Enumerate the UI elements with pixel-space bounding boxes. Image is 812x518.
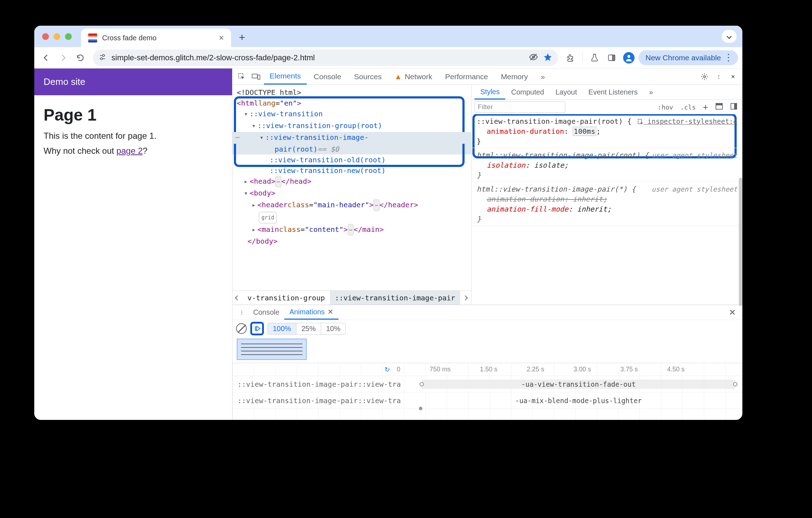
site-settings-icon[interactable]	[99, 53, 106, 62]
drawer-menu-icon[interactable]: ⋮	[235, 310, 248, 315]
kebab-menu-icon[interactable]: ⋮	[712, 74, 725, 80]
toggle-sidebar-icon[interactable]	[728, 103, 740, 111]
address-bar[interactable]: simple-set-demos.glitch.me/2-slow-cross-…	[93, 50, 558, 66]
url-text: simple-set-demos.glitch.me/2-slow-cross-…	[111, 53, 315, 62]
drawer-close-button[interactable]: ✕	[725, 308, 740, 318]
svg-point-0	[102, 55, 105, 57]
tab-memory[interactable]: Memory	[495, 68, 534, 85]
crumb-next-button[interactable]	[460, 296, 470, 300]
back-button[interactable]	[39, 50, 54, 65]
styles-pane: Styles Computed Layout Event Listeners »…	[472, 85, 742, 305]
svg-rect-5	[612, 55, 615, 61]
settings-gear-icon[interactable]	[698, 73, 711, 81]
animations-timeline[interactable]: ↻ 0 750 ms 1.50 s 2.25 s 3.00 s 3.75 s 4…	[232, 363, 742, 420]
tab-elements[interactable]: Elements	[264, 68, 307, 85]
tab-network[interactable]: ▲Network	[389, 68, 438, 85]
svg-point-16	[641, 122, 642, 124]
forward-button[interactable]	[56, 50, 71, 65]
speed-10[interactable]: 10%	[321, 323, 345, 334]
css-rule-ua: user agent stylesheet html::view-transit…	[472, 148, 742, 182]
crumb-item[interactable]: v-transition-group	[242, 291, 330, 305]
tab-title: Cross fade demo	[102, 34, 156, 42]
play-pause-button[interactable]	[250, 322, 264, 335]
svg-rect-9	[258, 75, 260, 79]
timeline-row[interactable]: ::view-transition-image-pair::view-tra -…	[232, 392, 742, 409]
page-header: Demo site	[34, 68, 232, 95]
tab-computed[interactable]: Computed	[505, 85, 550, 100]
new-style-rule-button[interactable]: +	[701, 102, 710, 112]
close-tab-button[interactable]: ×	[219, 33, 224, 43]
tab-strip: Cross fade demo × +	[34, 26, 742, 47]
timeline-row[interactable]: ::view-transition-image-pair::view-tra -…	[232, 376, 742, 392]
cls-toggle[interactable]: .cls	[678, 103, 698, 111]
reload-button[interactable]	[73, 50, 88, 65]
toolbar: simple-set-demos.glitch.me/2-slow-cross-…	[34, 47, 742, 68]
tab-styles[interactable]: Styles	[475, 85, 505, 100]
page-paragraph: Why not check out page 2?	[44, 146, 223, 156]
tab-layout[interactable]: Layout	[550, 85, 583, 100]
devtools: Elements Console Sources ▲Network Perfor…	[232, 68, 742, 420]
svg-point-1	[101, 58, 103, 60]
elements-panel: <!DOCTYPE html> <html lang="en"> ::view-…	[232, 85, 472, 305]
tab-list-button[interactable]	[722, 30, 737, 43]
styles-filter-input[interactable]: Filter	[475, 101, 565, 113]
page-title: Page 1	[44, 105, 223, 125]
tab-console[interactable]: Console	[308, 68, 347, 85]
crumb-prev-button[interactable]	[232, 296, 242, 300]
close-window-button[interactable]	[42, 33, 49, 40]
minimize-window-button[interactable]	[54, 33, 60, 40]
svg-rect-12	[716, 103, 722, 105]
crumb-item-selected[interactable]: ::view-transition-image-pair	[330, 291, 460, 305]
breadcrumb[interactable]: v-transition-group ::view-transition-ima…	[232, 290, 471, 305]
labs-button[interactable]	[587, 50, 602, 65]
devtools-drawer: ⋮ Console Animations ✕ ✕ 100% 25% 10%	[232, 305, 742, 420]
hov-toggle[interactable]: :hov	[656, 103, 675, 111]
tab-performance[interactable]: Performance	[439, 68, 493, 85]
dom-tree[interactable]: <!DOCTYPE html> <html lang="en"> ::view-…	[232, 85, 471, 290]
extensions-button[interactable]	[563, 50, 578, 65]
window-controls	[34, 26, 72, 47]
browser-window: Cross fade demo × + simple-set-demos.gli…	[34, 26, 742, 420]
tabs-overflow[interactable]: »	[535, 68, 551, 85]
svg-point-10	[703, 76, 706, 78]
profile-button[interactable]	[621, 50, 636, 65]
clear-animations-button[interactable]	[236, 323, 247, 334]
scrollbar[interactable]	[739, 178, 742, 306]
rewind-icon[interactable]: ↻	[385, 366, 390, 374]
eye-off-icon[interactable]	[529, 52, 538, 63]
devtools-dock-button[interactable]	[604, 50, 619, 65]
svg-rect-14	[734, 103, 737, 109]
playhead[interactable]	[418, 406, 423, 411]
svg-point-6	[627, 55, 630, 58]
chrome-update-button[interactable]: New Chrome available ⋮	[638, 50, 738, 65]
page-link[interactable]: page 2	[116, 146, 142, 156]
drawer-tab-console[interactable]: Console	[248, 305, 284, 320]
speed-100[interactable]: 100%	[268, 323, 296, 334]
fullscreen-window-button[interactable]	[65, 33, 72, 40]
animation-group-thumb[interactable]	[237, 339, 307, 360]
speed-25[interactable]: 25%	[296, 323, 321, 334]
tab-sources[interactable]: Sources	[349, 68, 387, 85]
device-toggle-icon[interactable]	[250, 73, 262, 81]
playback-speed: 100% 25% 10%	[267, 323, 346, 335]
page-paragraph: This is the content for page 1.	[44, 131, 223, 141]
favicon-icon	[88, 34, 97, 42]
new-tab-button[interactable]: +	[231, 31, 253, 47]
tab-event-listeners[interactable]: Event Listeners	[583, 85, 643, 100]
devtools-tabs: Elements Console Sources ▲Network Perfor…	[232, 68, 742, 85]
browser-tab[interactable]: Cross fade demo ×	[81, 29, 231, 47]
stylesheet-link[interactable]: inspector-stylesheet:4	[637, 116, 737, 126]
close-devtools-button[interactable]: ✕	[727, 74, 740, 80]
drawer-tab-animations[interactable]: Animations ✕	[284, 305, 339, 320]
css-rule[interactable]: inspector-stylesheet:4 ::view-transition…	[472, 114, 742, 148]
bookmark-star-icon[interactable]	[543, 52, 552, 63]
rendered-page: Demo site Page 1 This is the content for…	[34, 68, 232, 420]
styles-overflow[interactable]: »	[643, 85, 659, 100]
computed-styles-icon[interactable]	[713, 103, 725, 111]
svg-rect-8	[252, 74, 257, 78]
css-rule-ua: user agent stylesheet html::view-transit…	[472, 182, 742, 226]
animations-toolbar: 100% 25% 10%	[232, 320, 742, 337]
timeline-ruler: ↻ 0 750 ms 1.50 s 2.25 s 3.00 s 3.75 s 4…	[232, 363, 742, 376]
inspect-element-icon[interactable]	[235, 73, 248, 81]
